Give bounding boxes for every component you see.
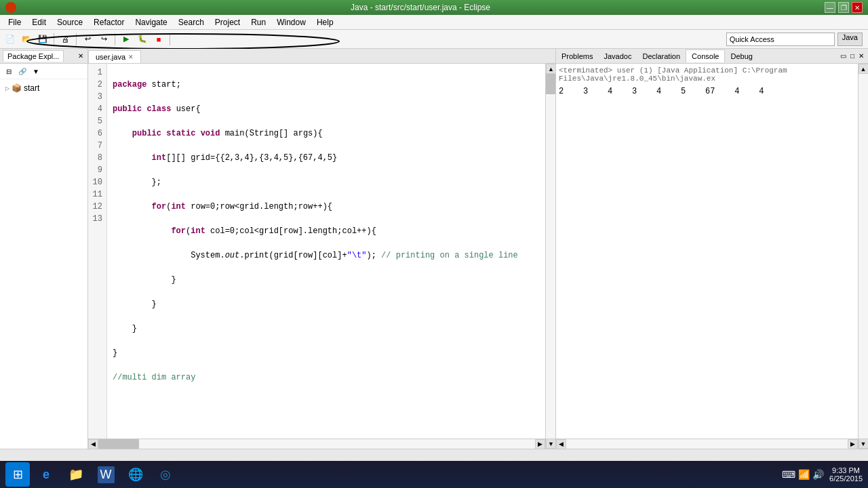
- tab-console[interactable]: Console: [686, 49, 725, 62]
- editor-tab-user-java[interactable]: user.java ✕: [88, 50, 141, 63]
- svg-point-0: [27, 34, 339, 49]
- window-title: Java - start/src/start/user.java - Eclip…: [16, 3, 825, 12]
- scroll-track[interactable]: [98, 439, 535, 449]
- editor-tab-label: user.java: [96, 53, 125, 61]
- console-output: 2 3 4 3 4 5 67 4 4: [559, 85, 855, 98]
- title-bar: Java - start/src/start/user.java - Eclip…: [0, 0, 868, 15]
- toolbar-debug-btn[interactable]: 🐛: [135, 32, 150, 47]
- menu-run[interactable]: Run: [245, 16, 271, 28]
- taskbar-file-explorer[interactable]: 📁: [62, 462, 90, 487]
- window-icon: [5, 2, 16, 13]
- taskbar-word[interactable]: W: [92, 462, 119, 487]
- scroll-right-btn[interactable]: ▶: [535, 439, 545, 449]
- right-panel-maximize[interactable]: □: [849, 51, 856, 61]
- taskbar-chrome[interactable]: 🌐: [122, 462, 149, 487]
- right-panel-body: <terminated> user (1) [Java Application]…: [556, 64, 868, 449]
- console-main: <terminated> user (1) [Java Application]…: [556, 64, 858, 449]
- console-content: <terminated> user (1) [Java Application]…: [556, 64, 858, 439]
- menu-source[interactable]: Source: [52, 16, 88, 28]
- tab-debug[interactable]: Debug: [725, 50, 757, 62]
- toolbar-print-btn[interactable]: 🖨: [58, 32, 73, 47]
- console-scroll-right[interactable]: ▶: [848, 439, 858, 449]
- left-panel-close[interactable]: ✕: [77, 51, 85, 61]
- keyboard-icon: ⌨: [782, 469, 795, 480]
- quick-access-input[interactable]: Quick Access: [726, 33, 835, 46]
- status-bar: [0, 449, 868, 461]
- menu-navigate[interactable]: Navigate: [130, 16, 172, 28]
- console-scroll-left[interactable]: ◀: [556, 439, 566, 449]
- package-explorer-tab[interactable]: Package Expl...: [3, 50, 64, 62]
- menu-file[interactable]: File: [3, 16, 26, 28]
- toolbar-save-btn[interactable]: 💾: [35, 32, 50, 47]
- menu-search[interactable]: Search: [173, 16, 210, 28]
- toolbar-sep-3: [115, 33, 115, 45]
- editor-tabs: user.java ✕: [88, 49, 555, 64]
- left-panel-header: Package Expl... ✕: [0, 49, 87, 64]
- ie-icon: e: [43, 468, 50, 482]
- menu-refactor[interactable]: Refactor: [88, 16, 130, 28]
- toolbar-stop-btn[interactable]: ■: [151, 32, 166, 47]
- toolbar-undo-btn[interactable]: ↩: [80, 32, 95, 47]
- console-scroll-track[interactable]: [566, 439, 848, 449]
- perspective-java-btn[interactable]: Java: [837, 33, 863, 46]
- code-area[interactable]: 12345 678910 111213 package start; publi…: [88, 64, 545, 439]
- eclipse-icon: ◎: [160, 467, 171, 482]
- tab-javadoc[interactable]: Javadoc: [598, 50, 637, 62]
- editor-vscrollbar[interactable]: ▲ ▼: [545, 64, 555, 449]
- close-button[interactable]: ✕: [852, 2, 863, 13]
- chrome-icon: 🌐: [128, 467, 143, 482]
- taskbar-eclipse[interactable]: ◎: [152, 462, 179, 487]
- maximize-button[interactable]: ❐: [838, 2, 849, 13]
- menu-edit[interactable]: Edit: [26, 16, 52, 28]
- code-content[interactable]: package start; public class user{ public…: [107, 64, 545, 439]
- right-panel-close[interactable]: ✕: [857, 51, 865, 61]
- right-panel: Problems Javadoc Declaration Console Deb…: [556, 49, 868, 449]
- volume-icon: 🔊: [812, 469, 824, 480]
- console-vscrollbar[interactable]: ▲ ▼: [858, 64, 868, 449]
- tab-declaration[interactable]: Declaration: [637, 50, 686, 62]
- start-button[interactable]: ⊞: [5, 462, 30, 487]
- quick-access-label: Quick Access: [730, 35, 774, 43]
- code-with-scrollbar: 12345 678910 111213 package start; publi…: [88, 64, 545, 449]
- panel-tabs: Package Expl...: [3, 50, 77, 62]
- line-numbers: 12345 678910 111213: [88, 64, 107, 439]
- quick-access-area: Quick Access Java: [726, 33, 863, 46]
- code-editor: 12345 678910 111213 package start; publi…: [88, 64, 555, 449]
- console-vscroll-up[interactable]: ▲: [859, 64, 869, 74]
- link-editor-btn[interactable]: 🔗: [16, 65, 28, 77]
- right-panel-tabs: Problems Javadoc Declaration Console Deb…: [556, 49, 868, 64]
- vscroll-up-btn[interactable]: ▲: [546, 64, 555, 74]
- toolbar-sep-2: [76, 33, 77, 45]
- editor-tab-close[interactable]: ✕: [128, 54, 134, 60]
- menu-help[interactable]: Help: [311, 16, 339, 28]
- vscroll-down-btn[interactable]: ▼: [546, 439, 555, 449]
- minimize-button[interactable]: —: [825, 2, 835, 13]
- toolbar: 📄 📂 💾 🖨 ↩ ↪ ▶ 🐛 ■ Quick Access Java: [0, 30, 868, 49]
- tab-problems[interactable]: Problems: [556, 50, 598, 62]
- menu-bar: File Edit Source Refactor Navigate Searc…: [0, 15, 868, 30]
- scroll-left-btn[interactable]: ◀: [88, 439, 98, 449]
- view-menu-btn[interactable]: ▼: [30, 65, 42, 77]
- collapse-all-btn[interactable]: ⊟: [3, 65, 15, 77]
- toolbar-run-btn[interactable]: ▶: [119, 32, 134, 47]
- tree-arrow-start: ▷: [5, 85, 9, 92]
- vscroll-track[interactable]: [546, 74, 555, 439]
- right-panel-minimize[interactable]: ▭: [839, 51, 848, 61]
- editor-main: Package Expl... ✕ ⊟ 🔗 ▼ ▷ 📦 start: [0, 49, 868, 449]
- toolbar-redo-btn[interactable]: ↪: [96, 32, 111, 47]
- toolbar-open-btn[interactable]: 📂: [19, 32, 34, 47]
- menu-window[interactable]: Window: [271, 16, 311, 28]
- tree-item-start[interactable]: ▷ 📦 start: [3, 82, 85, 94]
- right-panel-toolbar-btns: ▭ □ ✕: [836, 51, 868, 61]
- console-hscrollbar[interactable]: ◀ ▶: [556, 439, 858, 449]
- console-vscroll-down[interactable]: ▼: [859, 439, 869, 449]
- console-terminated-label: <terminated> user (1) [Java Application]…: [559, 66, 855, 83]
- tree-label-start: start: [24, 83, 39, 93]
- clock-time: 9:33 PM: [829, 466, 863, 474]
- taskbar-ie[interactable]: e: [33, 462, 60, 487]
- editor-hscrollbar[interactable]: ◀ ▶: [88, 439, 545, 449]
- left-panel-content: ▷ 📦 start: [0, 79, 87, 449]
- menu-project[interactable]: Project: [210, 16, 245, 28]
- window-controls: — ❐ ✕: [825, 2, 863, 13]
- toolbar-new-btn[interactable]: 📄: [3, 32, 18, 47]
